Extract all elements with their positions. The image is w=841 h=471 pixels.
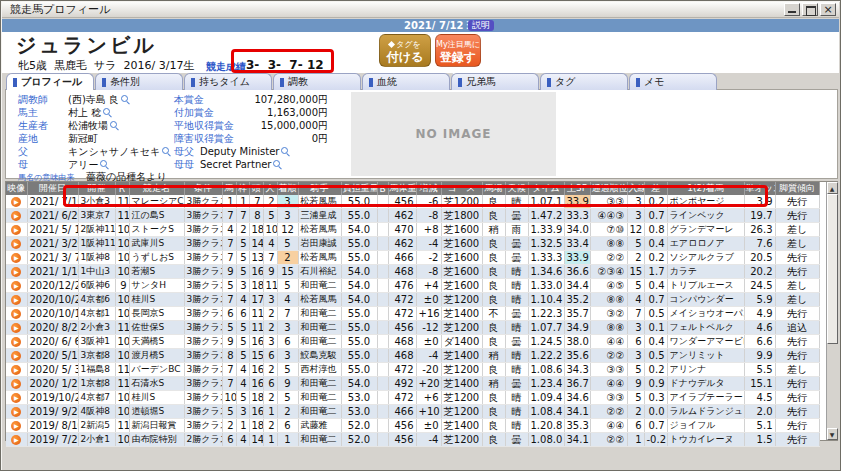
video-icon[interactable]: ▶ [11,295,21,305]
cell-jockey: 鮫島克駿 [298,349,341,363]
cell-f3: 34.1 [564,433,590,447]
minimize-button[interactable] [784,3,800,16]
video-icon[interactable]: ▶ [11,253,21,263]
field-value: Secret Partner [200,159,271,170]
scroll-down-button[interactable]: ▼ [827,428,838,440]
tag-icon [388,41,395,48]
video-icon[interactable]: ▶ [11,379,21,389]
table-row: ▶2019/ 7/272小倉110由布院特別2勝クラス641411和田竜二52.… [6,433,819,447]
search-icon[interactable] [273,160,282,169]
profile-field: 馬主村上 稔 [18,106,171,119]
video-icon[interactable]: ▶ [11,351,21,361]
cell-venue: 1阪神8 [78,251,115,265]
cell-video: ▶ [6,209,27,223]
cell-b [377,251,388,265]
search-icon[interactable] [121,95,130,104]
tab-0[interactable]: プロフィール [6,73,94,90]
maximize-button[interactable] [802,3,818,16]
cell-venue: 1阪神11 [78,237,115,251]
cell-pass: ②② [590,405,627,419]
video-icon[interactable]: ▶ [11,407,21,417]
search-icon[interactable] [162,147,171,156]
video-icon[interactable]: ▶ [11,239,21,249]
cell-date: 2021/ 6/26 [27,209,78,223]
cell-rank: 6 [277,419,298,433]
cell-margin: 0.2 [644,363,667,377]
video-icon[interactable]: ▶ [11,225,21,235]
cell-pass: ②② [590,349,627,363]
cell-weather: 曇 [505,251,528,265]
col-header-odds: 単オッズ [744,182,775,195]
cell-horse_wt: 472 [388,391,416,405]
tab-7[interactable]: メモ [629,73,717,90]
table-row: ▶2020/10/104京都110長岡京S3勝クラス661127和田竜二55.0… [6,307,819,321]
video-icon[interactable]: ▶ [11,323,21,333]
cell-b [377,237,388,251]
video-icon[interactable]: ▶ [11,211,21,221]
cell-video: ▶ [6,265,27,279]
cell-date: 2020/ 5/ 3 [27,363,78,377]
col-header-num: 馬 [222,182,236,195]
register-watchlist-button[interactable]: My注目馬に 登録する [435,34,481,67]
tab-5[interactable]: 兄弟馬 [451,73,539,90]
cell-pop: 11 [263,279,277,293]
cell-weather: 晴 [505,363,528,377]
add-tag-button[interactable]: タグを 付ける [379,34,431,67]
cell-style: 差し [775,223,819,237]
col-header-margin: 差 [644,182,667,195]
video-icon[interactable]: ▶ [11,267,21,277]
tab-6[interactable]: タグ [540,73,628,90]
video-icon[interactable]: ▶ [11,421,21,431]
video-icon[interactable]: ▶ [11,393,21,403]
cell-pass: ②② [590,251,627,265]
tab-3[interactable]: 調教 [273,73,361,90]
scroll-up-button[interactable]: ▲ [827,182,838,194]
cell-diff_wt: ±0 [416,335,441,349]
cell-pop: 10 [263,223,277,237]
cell-f3: 35.2 [564,293,590,307]
table-row: ▶2021/ 6/263東京711江の島S3勝クラス77853三浦皇成55.04… [6,209,819,223]
cell-style: 先行 [775,209,819,223]
cell-time: 1.10.4 [528,293,564,307]
search-icon[interactable] [281,147,290,156]
search-icon[interactable] [110,121,119,130]
cell-race: 長岡京S [129,307,184,321]
scrollbar-thumb[interactable] [827,194,838,344]
cell-diff_wt: +10 [416,405,441,419]
cell-jockey: 松若風馬 [298,251,341,265]
cell-venue: 2阪神11 [78,223,115,237]
cell-diff_wt: -20 [416,363,441,377]
video-icon[interactable]: ▶ [11,435,21,445]
search-icon[interactable] [103,108,112,117]
tab-1[interactable]: 条件別 [95,73,183,90]
cell-style: 先行 [775,391,819,405]
field-value: 0円 [244,132,328,145]
close-button[interactable] [820,3,836,16]
field-label: 産地 [18,132,68,145]
video-icon[interactable]: ▶ [11,197,21,207]
cell-heads: 11 [249,321,263,335]
cell-weather: 曇 [505,237,528,251]
search-icon[interactable] [100,160,109,169]
cell-date: 2019/ 9/28 [27,405,78,419]
video-icon[interactable]: ▶ [11,309,21,319]
vertical-scrollbar[interactable]: ▲ ▼ [826,182,838,440]
cell-f3: 34.1 [564,405,590,419]
cell-pop: 9 [263,265,277,279]
video-icon[interactable]: ▶ [11,365,21,375]
tab-2[interactable]: 持ちタイム [184,73,272,90]
cell-video: ▶ [6,335,27,349]
cell-course: 芝1200 [441,321,482,335]
cell-horse_wt: 466 [388,405,416,419]
cell-going: 稍 [482,377,505,391]
tab-4[interactable]: 血統 [362,73,450,90]
help-button[interactable]: 説明 [468,20,494,31]
video-icon[interactable]: ▶ [11,281,21,291]
col-header-weight: 負担重量 [341,182,377,195]
cell-rank: 3 [277,209,298,223]
cell-race: 天満橋S [129,335,184,349]
cell-course: ダ1400 [441,335,482,349]
video-icon[interactable]: ▶ [11,337,21,347]
cell-venue: 3東京7 [78,209,115,223]
cell-r: 10 [115,307,129,321]
